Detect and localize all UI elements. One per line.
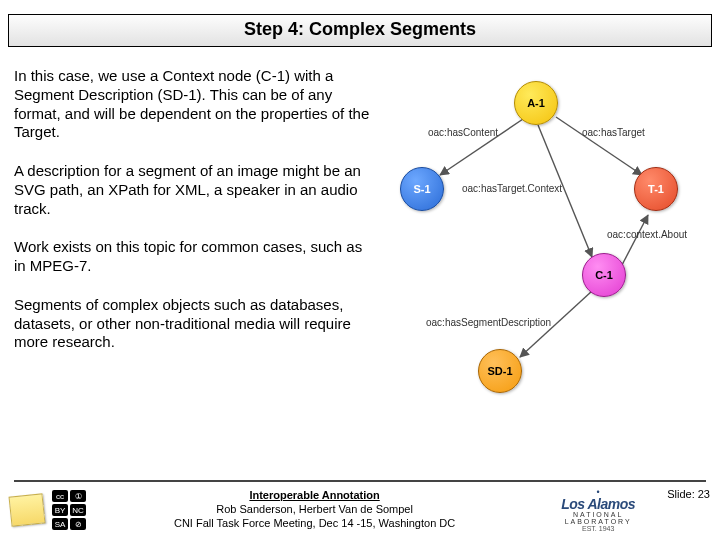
edge-has-segment-description: oac:hasSegmentDescription: [426, 317, 551, 328]
node-sd1-label: SD-1: [487, 365, 512, 377]
lanl-lab: NATIONAL LABORATORY: [543, 511, 653, 525]
footer-venue: CNI Fall Task Force Meeting, Dec 14 -15,…: [174, 517, 455, 529]
node-t1: T-1: [634, 167, 678, 211]
slide-number: Slide: 23: [661, 488, 710, 500]
node-c1: C-1: [582, 253, 626, 297]
sticky-note-icon: [9, 493, 46, 526]
svg-line-0: [440, 117, 526, 175]
content-row: In this case, we use a Context node (C-1…: [0, 47, 720, 397]
node-c1-label: C-1: [595, 269, 613, 281]
diagram: A-1 S-1 T-1 C-1 SD-1 oac:hasContent oac:…: [384, 67, 708, 397]
footer-row: cc①BYNCSA⊘ Interoperable Annotation Rob …: [10, 488, 710, 532]
slide-title: Step 4: Complex Segments: [244, 19, 476, 39]
node-s1-label: S-1: [413, 183, 430, 195]
node-t1-label: T-1: [648, 183, 664, 195]
footer-title: Interoperable Annotation: [249, 489, 379, 501]
lanl-est: EST. 1943: [543, 525, 653, 532]
svg-line-1: [556, 117, 642, 175]
footer-authors: Rob Sanderson, Herbert Van de Sompel: [216, 503, 413, 515]
edge-context-about: oac:context.About: [607, 229, 687, 240]
edge-has-content: oac:hasContent: [428, 127, 498, 138]
paragraph-2: A description for a segment of an image …: [14, 162, 374, 218]
cc-license-icon: cc①BYNCSA⊘: [52, 490, 86, 530]
title-bar: Step 4: Complex Segments: [8, 14, 712, 47]
footer-divider: [14, 480, 706, 482]
lanl-name: Los Alamos: [543, 497, 653, 511]
lanl-logo: • Los Alamos NATIONAL LABORATORY EST. 19…: [543, 488, 653, 532]
svg-line-3: [622, 215, 648, 265]
paragraph-3: Work exists on this topic for common cas…: [14, 238, 374, 276]
paragraph-1: In this case, we use a Context node (C-1…: [14, 67, 374, 142]
node-sd1: SD-1: [478, 349, 522, 393]
node-a1: A-1: [514, 81, 558, 125]
edge-has-target: oac:hasTarget: [582, 127, 645, 138]
node-s1: S-1: [400, 167, 444, 211]
footer-text: Interoperable Annotation Rob Sanderson, …: [94, 489, 535, 530]
edge-has-target-context: oac:hasTarget.Context: [462, 183, 562, 194]
node-a1-label: A-1: [527, 97, 545, 109]
footer: cc①BYNCSA⊘ Interoperable Annotation Rob …: [0, 480, 720, 532]
body-text: In this case, we use a Context node (C-1…: [14, 67, 374, 397]
paragraph-4: Segments of complex objects such as data…: [14, 296, 374, 352]
